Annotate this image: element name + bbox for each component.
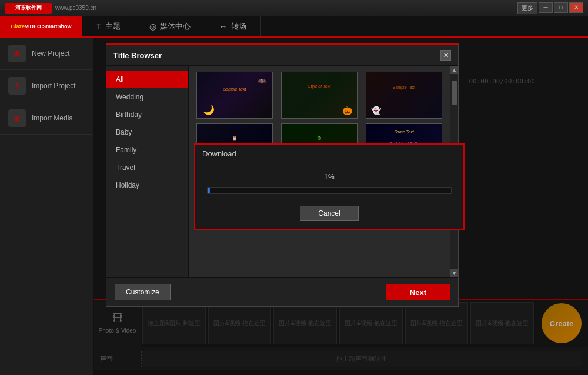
download-dialog-body: 1% [195,163,463,206]
ghost-icon: 👻 [371,106,381,115]
website: www.pc0359.cn [55,5,96,11]
brand-blaze: Blaze [11,24,25,29]
app-logo: 河东软件网 [5,3,52,14]
import-media-icon: ⊕ [8,109,26,127]
nav-logo: Blaze VIDEO SmartShow [0,16,82,36]
night-sample-text: Same Text [366,130,442,134]
progress-bar-container [207,187,452,194]
sidebar-item-new-project-label: New Project [32,49,70,58]
next-button[interactable]: Next [386,284,450,300]
theme-icon: T [96,22,102,31]
scroll-down-arrow[interactable]: ▼ [450,269,459,277]
theme-thumb-0[interactable]: Sample Text 🦇 🌙 [196,72,273,119]
transition-icon: ↔ [219,22,228,31]
brand-video: VIDEO [25,24,41,29]
category-birthday[interactable]: Birthday [106,106,188,123]
sample-text-1: Style of Text [282,84,357,88]
tab-theme[interactable]: T 主题 [82,16,135,36]
maximize-button[interactable]: □ [554,2,568,13]
dialog-footer: Customize Next [106,277,458,306]
tab-media-label: 媒体中心 [160,21,191,32]
sidebar: ⊕ New Project ↑ Import Project ⊕ Import … [0,38,94,375]
sidebar-item-import-media[interactable]: ⊕ Import Media [0,102,93,135]
download-dialog: Download 1% Cancel [194,143,465,230]
sidebar-item-import-media-label: Import Media [32,114,73,122]
app-logo-text: 河东软件网 [15,4,42,12]
import-project-icon: ↑ [8,77,26,95]
nav-tabs: T 主题 ◎ 媒体中心 ↔ 转场 [82,16,588,36]
sample-text-2: Sample Text [366,85,442,89]
theme-item-1: Style of Text 🎃 [279,72,359,119]
new-project-icon: ⊕ [8,45,26,62]
theme-item-2: Sample Text 👻 [364,72,444,119]
cancel-download-button[interactable]: Cancel [300,206,358,221]
tab-transition[interactable]: ↔ 转场 [205,16,261,36]
sidebar-item-import-project[interactable]: ↑ Import Project [0,70,93,102]
progress-bar-fill [208,188,210,193]
scroll-thumb[interactable] [452,81,457,105]
owl-decoration: 🦉 [197,136,272,141]
nav-bar: Blaze VIDEO SmartShow T 主题 ◎ 媒体中心 ↔ 转场 [0,16,588,38]
more-button[interactable]: 更多 [517,2,537,14]
bat-icon-0: 🦇 [258,77,266,85]
sample-text-0: Sample Text [197,87,272,91]
download-percent: 1% [324,173,334,181]
title-bar: 河东软件网 www.pc0359.cn 更多 ─ □ ✕ [0,0,588,16]
main-layout: ⊕ New Project ↑ Import Project ⊕ Import … [0,38,588,375]
sidebar-item-import-project-label: Import Project [32,82,76,90]
tab-media[interactable]: ◎ 媒体中心 [135,16,205,36]
category-travel[interactable]: Travel [106,159,188,176]
customize-button[interactable]: Customize [115,284,171,300]
hut-decoration: 🏚 [282,136,357,141]
title-bar-controls: 更多 ─ □ ✕ [517,2,583,14]
brand-smartshow: SmartShow [42,24,72,29]
title-bar-left: 河东软件网 www.pc0359.cn [5,3,96,14]
close-button[interactable]: ✕ [569,2,583,13]
download-dialog-footer: Cancel [195,206,463,229]
pumpkin-icon: 🎃 [342,106,352,115]
moon-icon-0: 🌙 [203,104,215,115]
content-area: 00:00:00/00:00:00 Title Browser ✕ All We… [94,38,588,375]
dialog-header: Title Browser ✕ [106,45,458,66]
scroll-up-arrow[interactable]: ▲ [450,66,459,74]
download-dialog-header: Download [195,145,463,163]
sidebar-item-new-project[interactable]: ⊕ New Project [0,38,93,70]
category-baby[interactable]: Baby [106,123,188,141]
category-family[interactable]: Family [106,141,188,159]
media-icon: ◎ [149,22,156,31]
theme-item-0: Sample Text 🦇 🌙 [195,72,275,119]
category-holiday[interactable]: Holiday [106,176,188,194]
theme-thumb-2[interactable]: Sample Text 👻 [366,72,442,119]
theme-thumb-1[interactable]: Style of Text 🎃 [281,72,358,119]
dialog-title: Title Browser [113,51,162,60]
tab-transition-label: 转场 [231,21,246,32]
category-all[interactable]: All [106,71,188,88]
minimize-button[interactable]: ─ [539,2,553,13]
category-wedding[interactable]: Wedding [106,88,188,106]
dialog-close-button[interactable]: ✕ [440,50,451,61]
dialog-category-list: All Wedding Birthday Baby Family Travel … [106,66,189,277]
tab-theme-label: 主题 [105,21,121,32]
